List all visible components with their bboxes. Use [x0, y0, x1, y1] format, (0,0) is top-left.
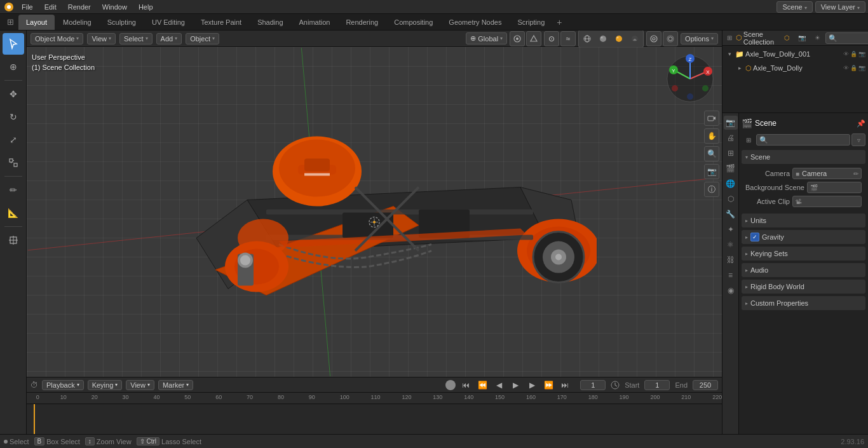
outliner-search[interactable]: [825, 32, 868, 44]
props-material-icon[interactable]: ◉: [724, 283, 738, 297]
tab-scripting[interactable]: Scripting: [510, 15, 552, 30]
tool-transform[interactable]: [3, 152, 24, 173]
snap-type-button[interactable]: [526, 31, 541, 46]
viewport-canvas[interactable]: User Perspective (1) Scene Collection X …: [27, 47, 722, 377]
tab-geometry-nodes[interactable]: Geometry Nodes: [441, 15, 509, 30]
object-mode-dropdown[interactable]: Object Mode ▾: [31, 33, 83, 44]
tab-sculpting[interactable]: Sculpting: [100, 15, 144, 30]
tool-measure[interactable]: 📐: [3, 202, 24, 224]
menu-window[interactable]: Window: [97, 2, 132, 12]
props-filter-button[interactable]: ▿: [851, 133, 865, 146]
props-back-button[interactable]: ⊞: [742, 133, 755, 146]
scene-section-header[interactable]: ▾ Scene: [742, 150, 865, 164]
tool-cursor[interactable]: ⊕: [3, 56, 24, 78]
background-scene-value[interactable]: 🎬: [807, 182, 862, 193]
mesh-expand-icon[interactable]: ▸: [735, 64, 744, 72]
play-button[interactable]: ▶: [509, 379, 522, 391]
props-search-input[interactable]: [756, 134, 850, 146]
marker-dropdown[interactable]: Marker ▾: [158, 380, 193, 390]
editor-type-icon[interactable]: ⊞: [3, 15, 18, 29]
jump-start-button[interactable]: ⏮: [459, 379, 472, 391]
viewport-select-menu[interactable]: Select ▾: [119, 33, 153, 44]
current-frame-field[interactable]: 1: [580, 380, 606, 390]
tab-texture-paint[interactable]: Texture Paint: [193, 15, 249, 30]
navigation-gizmo[interactable]: X Y Z: [665, 53, 715, 104]
collection-expand-icon[interactable]: ▾: [725, 50, 734, 58]
tab-compositing[interactable]: Compositing: [386, 15, 440, 30]
solid-shading[interactable]: [595, 31, 611, 46]
tab-modeling[interactable]: Modeling: [55, 15, 99, 30]
props-view-layer-icon[interactable]: ⊞: [724, 146, 738, 160]
playback-dropdown[interactable]: Playback ▾: [42, 380, 84, 390]
outliner-type-icon[interactable]: ⊞: [725, 32, 735, 44]
menu-edit[interactable]: Edit: [39, 2, 62, 12]
viewport-camera-icon[interactable]: [704, 111, 719, 126]
outliner-item-collection[interactable]: ▾ 📁 Axle_Tow_Dolly_001 👁 🔒 📷: [722, 47, 868, 61]
active-clip-value[interactable]: 📽: [792, 196, 862, 207]
workspace-scene-selector[interactable]: Scene ▾: [776, 1, 812, 13]
blender-logo-icon[interactable]: [3, 1, 15, 13]
prev-frame-button[interactable]: ◀: [492, 379, 505, 391]
viewport-view-menu[interactable]: View ▾: [87, 33, 116, 44]
tab-layout[interactable]: Layout: [18, 15, 55, 30]
viewport-camera2-icon[interactable]: 📷: [704, 164, 719, 179]
props-data-icon[interactable]: ≡: [724, 268, 738, 282]
rendered-shading[interactable]: [627, 31, 642, 46]
viewport-pan-icon[interactable]: ✋: [704, 128, 719, 144]
next-keyframe-button[interactable]: ⏩: [542, 379, 555, 391]
tool-scale[interactable]: ⤢: [3, 129, 24, 151]
next-frame-button[interactable]: ▶: [526, 379, 538, 391]
jump-end-button[interactable]: ⏭: [559, 379, 571, 391]
timeline-tracks[interactable]: [27, 404, 722, 434]
outliner-toggle-2[interactable]: 📷: [795, 32, 809, 44]
snap-toggle[interactable]: [510, 31, 525, 46]
end-frame-field[interactable]: 250: [693, 380, 718, 390]
tool-add-cube[interactable]: [3, 229, 24, 251]
tool-move[interactable]: ✥: [3, 83, 24, 105]
tab-shading[interactable]: Shading: [250, 15, 290, 30]
gravity-checkbox[interactable]: ✓: [750, 233, 759, 241]
mesh-restrict-icon[interactable]: 🔒: [850, 65, 857, 71]
material-preview-shading[interactable]: [611, 31, 627, 46]
tool-annotate[interactable]: ✏: [3, 179, 24, 201]
props-physics-icon[interactable]: ⚛: [724, 238, 738, 252]
menu-file[interactable]: File: [17, 2, 38, 12]
view-dropdown[interactable]: View ▾: [126, 380, 154, 390]
overlays-button[interactable]: [646, 31, 661, 46]
viewport-add-menu[interactable]: Add ▾: [156, 33, 182, 44]
audio-header[interactable]: ▸ Audio: [742, 263, 865, 277]
outliner-toggle-1[interactable]: ⬡: [780, 32, 794, 44]
props-object-icon[interactable]: ⬡: [724, 192, 738, 206]
props-render-icon[interactable]: 📷: [724, 116, 738, 130]
keying-sets-header[interactable]: ▸ Keying Sets: [742, 247, 865, 261]
props-scene-icon[interactable]: 🎬: [724, 161, 738, 175]
props-output-icon[interactable]: 🖨: [724, 131, 738, 145]
transform-orientation-dropdown[interactable]: ⊕ Global ▾: [466, 32, 507, 44]
menu-render[interactable]: Render: [63, 2, 96, 12]
item-render-icon[interactable]: 📷: [858, 51, 865, 57]
keying-dropdown[interactable]: Keying ▾: [88, 380, 123, 390]
mesh-visible-icon[interactable]: 👁: [843, 65, 849, 71]
gravity-section-header[interactable]: ▸ ✓ Gravity: [742, 230, 865, 244]
props-world-icon[interactable]: 🌐: [724, 177, 738, 191]
viewport-zoom-icon[interactable]: 🔍: [704, 146, 719, 161]
xray-toggle[interactable]: [663, 31, 678, 46]
mesh-render-icon[interactable]: 📷: [858, 65, 865, 71]
tab-animation[interactable]: Animation: [292, 15, 338, 30]
units-section-header[interactable]: ▸ Units: [742, 214, 865, 227]
props-modifier-icon[interactable]: 🔧: [724, 207, 738, 221]
camera-prop-value[interactable]: ■ Camera ✏: [792, 168, 862, 179]
outliner-toggle-3[interactable]: ☀: [810, 32, 824, 44]
record-button[interactable]: [445, 380, 456, 390]
proportional-edit-toggle[interactable]: ⊙: [544, 31, 559, 46]
menu-help[interactable]: Help: [133, 2, 158, 12]
start-frame-field[interactable]: 1: [644, 380, 670, 390]
tab-rendering[interactable]: Rendering: [338, 15, 386, 30]
view-layer-selector[interactable]: View Layer ▾: [815, 1, 865, 13]
props-pin-icon[interactable]: 📌: [857, 119, 865, 128]
custom-props-header[interactable]: ▸ Custom Properties: [742, 296, 865, 310]
outliner-item-mesh[interactable]: ▸ ⬡ Axle_Tow_Dolly 👁 🔒 📷: [722, 61, 868, 75]
tool-rotate[interactable]: ↻: [3, 106, 24, 128]
item-visible-icon[interactable]: 👁: [843, 51, 849, 57]
add-workspace-button[interactable]: +: [553, 16, 566, 29]
